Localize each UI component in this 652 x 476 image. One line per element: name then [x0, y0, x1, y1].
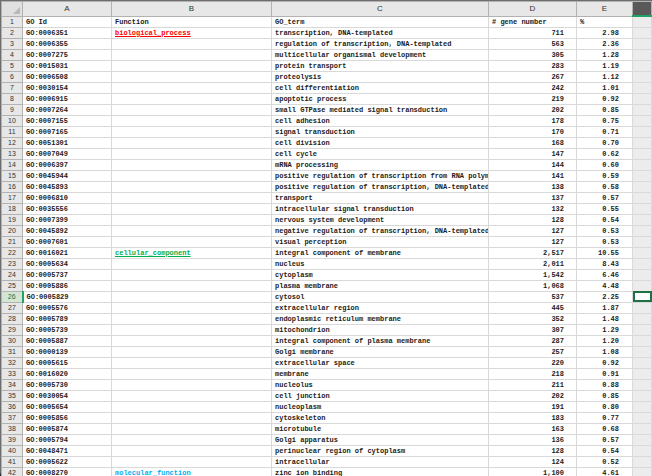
cell-percent[interactable]: 0.92: [577, 357, 633, 368]
row-header-2[interactable]: 2: [2, 27, 23, 38]
cell-gene-count[interactable]: 170: [489, 126, 577, 137]
cell-function-category[interactable]: [112, 115, 272, 126]
cell-F[interactable]: [633, 335, 652, 346]
row-header-7[interactable]: 7: [2, 82, 23, 93]
cell-percent[interactable]: 0.75: [577, 115, 633, 126]
cell-gene-count[interactable]: 2,517: [489, 247, 577, 258]
cell-gene-count[interactable]: 563: [489, 38, 577, 49]
cell-percent[interactable]: 0.54: [577, 445, 633, 456]
row-header-39[interactable]: 39: [2, 434, 23, 445]
cell-gene-count[interactable]: 137: [489, 192, 577, 203]
cell-function-category[interactable]: [112, 170, 272, 181]
cell-go-term[interactable]: mitochondrion: [272, 324, 489, 335]
cell-function-category[interactable]: [112, 401, 272, 412]
cell-F[interactable]: [633, 269, 652, 280]
cell-percent[interactable]: 0.59: [577, 170, 633, 181]
row-header-9[interactable]: 9: [2, 104, 23, 115]
cell-go-term[interactable]: plasma membrane: [272, 280, 489, 291]
cell-go-id[interactable]: GO:0005856: [23, 412, 112, 423]
row-header-3[interactable]: 3: [2, 38, 23, 49]
cell-gene-count[interactable]: 138: [489, 181, 577, 192]
cell-go-id[interactable]: GO:0051301: [23, 137, 112, 148]
cell-F[interactable]: [633, 192, 652, 203]
row-header-16[interactable]: 16: [2, 181, 23, 192]
cell-percent[interactable]: 4.61: [577, 467, 633, 476]
cell-gene-count[interactable]: 202: [489, 104, 577, 115]
cell-function-category[interactable]: [112, 159, 272, 170]
cell-F[interactable]: [633, 302, 652, 313]
row-header-32[interactable]: 32: [2, 357, 23, 368]
cell-go-term[interactable]: cell junction: [272, 390, 489, 401]
cell-gene-count[interactable]: 183: [489, 412, 577, 423]
cell-function-category[interactable]: biological_process: [112, 27, 272, 38]
cell-gene-count[interactable]: 352: [489, 313, 577, 324]
cell-go-id[interactable]: GO:0006351: [23, 27, 112, 38]
row-header-42[interactable]: 42: [2, 467, 23, 476]
cell-function-category[interactable]: [112, 368, 272, 379]
cell-go-term[interactable]: Golgi membrane: [272, 346, 489, 357]
cell-percent[interactable]: 0.62: [577, 148, 633, 159]
cell-go-id[interactable]: GO:0007155: [23, 115, 112, 126]
selected-cell-F26[interactable]: [633, 291, 652, 302]
row-header-1[interactable]: 1: [2, 16, 23, 27]
cell-gene-count[interactable]: 144: [489, 159, 577, 170]
cell-gene-count[interactable]: 305: [489, 49, 577, 60]
cell-F[interactable]: [633, 115, 652, 126]
cell-go-term[interactable]: mRNA processing: [272, 159, 489, 170]
cell-go-id[interactable]: GO:0005789: [23, 313, 112, 324]
cell-F[interactable]: [633, 258, 652, 269]
cell-go-id[interactable]: GO:0005730: [23, 379, 112, 390]
cell-percent[interactable]: 0.57: [577, 434, 633, 445]
cell-go-term[interactable]: nucleolus: [272, 379, 489, 390]
cell-gene-count[interactable]: 168: [489, 137, 577, 148]
cell-F[interactable]: [633, 379, 652, 390]
cell-gene-count[interactable]: 283: [489, 60, 577, 71]
cell-go-term[interactable]: proteolysis: [272, 71, 489, 82]
cell-percent[interactable]: 0.57: [577, 192, 633, 203]
cell-percent[interactable]: 0.92: [577, 93, 633, 104]
cell-go-term[interactable]: negative regulation of transcription, DN…: [272, 225, 489, 236]
cell-gene-count[interactable]: 211: [489, 379, 577, 390]
cell-gene-count[interactable]: 191: [489, 401, 577, 412]
cell-go-id[interactable]: GO:0006810: [23, 192, 112, 203]
cell-go-term[interactable]: multicellular organismal development: [272, 49, 489, 60]
cell-go-term[interactable]: integral component of plasma membrane: [272, 335, 489, 346]
cell-go-term[interactable]: signal transduction: [272, 126, 489, 137]
cell-go-id[interactable]: GO:0045892: [23, 225, 112, 236]
cell-go-id[interactable]: GO:0006508: [23, 71, 112, 82]
cell-gene-count[interactable]: 178: [489, 115, 577, 126]
cell-function-category[interactable]: [112, 379, 272, 390]
cell-F[interactable]: [633, 412, 652, 423]
cell-go-term[interactable]: integral component of membrane: [272, 247, 489, 258]
cell-F[interactable]: [633, 445, 652, 456]
cell-go-term[interactable]: endoplasmic reticulum membrane: [272, 313, 489, 324]
cell-function-category[interactable]: [112, 434, 272, 445]
cell-F[interactable]: [633, 236, 652, 247]
cell-go-term[interactable]: extracellular region: [272, 302, 489, 313]
cell-go-id[interactable]: GO:0006355: [23, 38, 112, 49]
row-header-35[interactable]: 35: [2, 390, 23, 401]
cell-F[interactable]: [633, 313, 652, 324]
cell-D1-gene-number-header[interactable]: # gene number: [489, 16, 577, 27]
row-header-12[interactable]: 12: [2, 137, 23, 148]
cell-go-term[interactable]: transcription, DNA-templated: [272, 27, 489, 38]
cell-go-id[interactable]: GO:0005737: [23, 269, 112, 280]
cell-function-category[interactable]: [112, 225, 272, 236]
cell-go-term[interactable]: intracellular signal transduction: [272, 203, 489, 214]
cell-percent[interactable]: 0.55: [577, 203, 633, 214]
cell-function-category[interactable]: [112, 357, 272, 368]
row-header-19[interactable]: 19: [2, 214, 23, 225]
cell-function-category[interactable]: [112, 60, 272, 71]
cell-gene-count[interactable]: 257: [489, 346, 577, 357]
cell-go-id[interactable]: GO:0045893: [23, 181, 112, 192]
cell-go-term[interactable]: cell adhesion: [272, 115, 489, 126]
row-header-26[interactable]: 26: [2, 291, 23, 302]
cell-go-term[interactable]: apoptotic process: [272, 93, 489, 104]
cell-gene-count[interactable]: 711: [489, 27, 577, 38]
cell-function-category[interactable]: [112, 346, 272, 357]
cell-go-id[interactable]: GO:0016021: [23, 247, 112, 258]
cell-percent[interactable]: 0.53: [577, 225, 633, 236]
cell-gene-count[interactable]: 1,542: [489, 269, 577, 280]
cell-percent[interactable]: 0.77: [577, 412, 633, 423]
cell-gene-count[interactable]: 132: [489, 203, 577, 214]
